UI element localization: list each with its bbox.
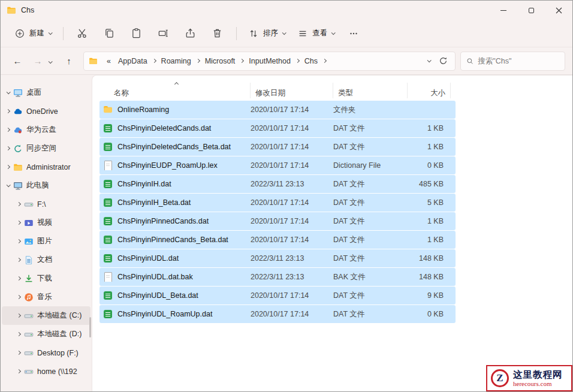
sort-ascending-icon bbox=[174, 82, 178, 86]
main-content: 桌面 OneDrive 华为云盘 同步空间 Administrator 此电脑 bbox=[1, 75, 572, 391]
sidebar-item-documents[interactable]: 文档 bbox=[2, 251, 91, 269]
view-button-label: 查看 bbox=[312, 28, 327, 38]
sidebar-item-sync-space[interactable]: 同步空间 bbox=[2, 139, 91, 158]
sidebar-item-videos[interactable]: 视频 bbox=[2, 213, 91, 232]
chevron-right-icon[interactable] bbox=[6, 146, 10, 150]
delete-button[interactable] bbox=[204, 23, 230, 43]
file-row[interactable]: OnlineRoaming 2020/10/17 17:14 文件夹 bbox=[99, 101, 456, 119]
column-header-type[interactable]: 类型 bbox=[333, 83, 408, 98]
breadcrumb-item[interactable]: Chs bbox=[301, 55, 321, 68]
toolbar-divider bbox=[236, 27, 237, 40]
chevron-right-icon[interactable] bbox=[17, 369, 21, 373]
sidebar-item-onedrive[interactable]: OneDrive bbox=[2, 102, 91, 120]
back-button[interactable]: ← bbox=[8, 52, 27, 71]
search-icon bbox=[466, 57, 474, 65]
chevron-right-icon[interactable] bbox=[17, 221, 21, 225]
chevron-right-icon[interactable] bbox=[17, 351, 21, 355]
file-size: 0 KB bbox=[408, 310, 447, 318]
history-dropdown-button[interactable] bbox=[49, 57, 58, 65]
search-box[interactable] bbox=[460, 52, 565, 71]
downloads-icon bbox=[24, 274, 34, 284]
file-type: DAT 文件 bbox=[333, 123, 408, 134]
chevron-right-icon[interactable] bbox=[6, 128, 10, 132]
file-row[interactable]: ChsPinyinDeletedCands_Beta.dat 2020/10/1… bbox=[99, 138, 456, 156]
file-row[interactable]: ChsPinyinEUDP_RoamUp.lex 2020/10/17 17:1… bbox=[99, 156, 456, 174]
file-name: ChsPinyinUDL.dat.bak bbox=[117, 273, 193, 281]
file-row[interactable]: ChsPinyinIH_Beta.dat 2020/10/17 17:14 DA… bbox=[99, 194, 456, 212]
sidebar-item-huawei-cloud[interactable]: 华为云盘 bbox=[2, 120, 91, 139]
file-row[interactable]: ChsPinyinUDL.dat 2022/3/11 23:13 DAT 文件 … bbox=[99, 249, 456, 267]
sidebar-item-drive-f-root[interactable]: F:\ bbox=[2, 195, 91, 213]
file-row[interactable]: ChsPinyinDeletedCands.dat 2020/10/17 17:… bbox=[99, 119, 456, 137]
file-row[interactable]: ChsPinyinUDL_Beta.dat 2020/10/17 17:14 D… bbox=[99, 287, 456, 304]
address-dropdown-button[interactable] bbox=[427, 58, 432, 62]
cut-button[interactable] bbox=[70, 23, 95, 43]
sidebar-item-music[interactable]: 音乐 bbox=[2, 288, 91, 306]
chevron-right-icon bbox=[196, 59, 200, 63]
file-name: ChsPinyinUDL_Beta.dat bbox=[117, 291, 198, 300]
new-button[interactable]: 新建 bbox=[9, 24, 57, 43]
sidebar-item-local-disk-d[interactable]: 本地磁盘 (D:) bbox=[2, 325, 91, 343]
site-watermark: Z 这里教程网 herecours.com bbox=[486, 365, 572, 391]
sidebar-item-desktop-drive-f[interactable]: Desktop (F:) bbox=[2, 343, 91, 362]
sidebar-item-administrator[interactable]: Administrator bbox=[2, 158, 91, 176]
sort-button[interactable]: 排序 bbox=[243, 24, 291, 43]
title-bar: Chs bbox=[1, 1, 572, 20]
sidebar-item-label: 视频 bbox=[37, 218, 52, 228]
onedrive-icon bbox=[13, 107, 23, 116]
chevron-right-icon[interactable] bbox=[17, 332, 21, 336]
sidebar-item-network-home[interactable]: home (\\192 bbox=[2, 362, 91, 381]
sidebar-item-local-disk-c[interactable]: 本地磁盘 (C:) bbox=[2, 306, 91, 325]
up-button[interactable]: ↑ bbox=[59, 52, 79, 71]
view-button[interactable]: 查看 bbox=[292, 24, 340, 43]
paste-button[interactable] bbox=[123, 23, 149, 43]
watermark-title: 这里教程网 bbox=[513, 369, 563, 380]
forward-button[interactable]: → bbox=[28, 52, 47, 71]
chevron-right-icon[interactable] bbox=[6, 165, 10, 169]
chevron-down-icon[interactable] bbox=[7, 90, 11, 94]
chevron-down-icon bbox=[331, 31, 336, 35]
chevron-right-icon[interactable] bbox=[6, 109, 10, 113]
file-row[interactable]: ChsPinyinUDL.dat.bak 2022/3/11 23:13 BAK… bbox=[99, 268, 456, 286]
breadcrumb-item[interactable]: InputMethod bbox=[246, 55, 294, 68]
chevron-down-icon[interactable] bbox=[7, 183, 11, 187]
file-row[interactable]: ChsPinyinIH.dat 2022/3/11 23:13 DAT 文件 4… bbox=[99, 175, 456, 193]
maximize-button[interactable] bbox=[517, 1, 545, 20]
column-header-name[interactable]: 名称 bbox=[99, 83, 251, 98]
column-header-date-modified[interactable]: 修改日期 bbox=[251, 83, 333, 98]
breadcrumb-overflow[interactable]: « bbox=[104, 55, 114, 68]
file-row[interactable]: ChsPinyinPinnedCands_Beta.dat 2020/10/17… bbox=[99, 231, 456, 249]
breadcrumb-item[interactable]: Roaming bbox=[158, 55, 194, 68]
more-options-button[interactable] bbox=[341, 24, 366, 43]
file-name: ChsPinyinDeletedCands.dat bbox=[117, 124, 211, 132]
chevron-down-icon bbox=[282, 31, 286, 35]
breadcrumb[interactable]: « AppData Roaming Microsoft InputMethod … bbox=[83, 52, 456, 71]
sidebar-item-desktop[interactable]: 桌面 bbox=[2, 83, 91, 102]
file-row[interactable]: ChsPinyinUDL_RoamUp.dat 2020/10/17 17:14… bbox=[99, 305, 456, 323]
command-toolbar: 新建 排序 查看 bbox=[1, 20, 572, 47]
chevron-right-icon[interactable] bbox=[17, 239, 21, 243]
sidebar-item-downloads[interactable]: 下载 bbox=[2, 269, 91, 288]
sidebar-item-this-pc[interactable]: 此电脑 bbox=[2, 176, 91, 195]
minimize-button[interactable] bbox=[490, 1, 517, 20]
search-input[interactable] bbox=[478, 57, 559, 65]
file-row[interactable]: ChsPinyinPinnedCands.dat 2020/10/17 17:1… bbox=[99, 212, 456, 230]
refresh-button[interactable] bbox=[439, 56, 448, 65]
chevron-right-icon[interactable] bbox=[17, 258, 21, 262]
chevron-right-icon[interactable] bbox=[17, 202, 21, 206]
file-type: DAT 文件 bbox=[333, 179, 408, 189]
column-header-size[interactable]: 大小 bbox=[408, 83, 451, 98]
chevron-right-icon[interactable] bbox=[17, 276, 21, 281]
sidebar-item-pictures[interactable]: 图片 bbox=[2, 232, 91, 251]
chevron-right-icon[interactable] bbox=[17, 313, 21, 318]
copy-button[interactable] bbox=[96, 23, 122, 43]
maximize-icon bbox=[529, 8, 534, 13]
breadcrumb-item[interactable]: AppData bbox=[115, 55, 150, 68]
rename-button[interactable] bbox=[150, 23, 176, 43]
share-button[interactable] bbox=[177, 23, 203, 43]
sidebar-scrollbar[interactable] bbox=[89, 317, 91, 337]
file-type: Dictionary File bbox=[333, 161, 408, 170]
chevron-right-icon[interactable] bbox=[17, 295, 21, 299]
breadcrumb-item[interactable]: Microsoft bbox=[202, 55, 239, 68]
close-button[interactable] bbox=[545, 1, 572, 20]
